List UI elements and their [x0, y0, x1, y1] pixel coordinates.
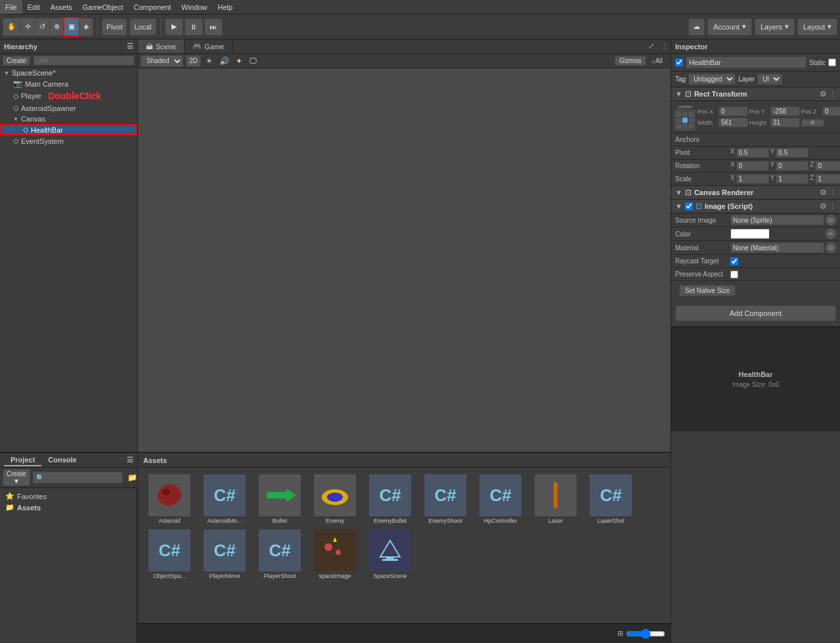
account-btn[interactable]: Account ▾	[707, 18, 752, 35]
shaded-dropdown[interactable]: Shaded	[141, 55, 183, 67]
pivot-selector[interactable]	[675, 110, 695, 130]
object-name-input[interactable]	[686, 56, 807, 68]
tag-dropdown[interactable]: Untagged	[688, 74, 736, 85]
menu-gameobject[interactable]: GameObject	[77, 0, 129, 14]
2d-btn[interactable]: 2D	[186, 55, 201, 67]
favorites-item[interactable]: ⭐ Favorites	[3, 491, 134, 502]
asset-hpcontroller[interactable]: C# HpController	[474, 473, 527, 525]
rect-tool-btn[interactable]: ▣	[64, 18, 79, 35]
asset-objectspa[interactable]: C# ObjectSpa...	[143, 528, 196, 581]
project-search-input[interactable]	[33, 472, 123, 483]
pivot-btn[interactable]: Pivot	[102, 18, 127, 35]
menu-window[interactable]: Window	[176, 0, 212, 14]
asset-laser[interactable]: Laser	[529, 473, 582, 525]
asset-playermove[interactable]: C# PlayerMove	[198, 528, 251, 581]
canvas-more-icon[interactable]: ⋮	[829, 188, 836, 197]
asset-spacescene[interactable]: SpaceScene	[364, 528, 416, 581]
audio-icon[interactable]: 🔊	[217, 56, 231, 66]
pivot-x-input[interactable]	[736, 148, 769, 158]
rect-more-icon[interactable]: ⋮	[829, 90, 836, 99]
width-input[interactable]	[718, 118, 748, 127]
rotate-tool-btn[interactable]: ↺	[35, 18, 50, 35]
raycast-checkbox[interactable]	[730, 257, 738, 265]
add-component-btn[interactable]: Add Component	[675, 305, 836, 321]
image-enabled-checkbox[interactable]	[685, 202, 693, 210]
scene-maximize-icon[interactable]: ⤢	[644, 39, 658, 53]
hierarchy-search-input[interactable]	[33, 55, 135, 66]
scale-z-input[interactable]	[815, 174, 840, 184]
hierarchy-item-player[interactable]: ◇ Player DoubleClick	[0, 89, 137, 102]
project-settings-icon[interactable]: ☰	[127, 456, 133, 464]
local-btn[interactable]: Local	[129, 18, 156, 35]
color-swatch[interactable]	[730, 229, 770, 239]
object-active-checkbox[interactable]	[675, 58, 683, 66]
project-folder-icon[interactable]: 📁	[125, 472, 139, 483]
hierarchy-item-healthbar[interactable]: ◇ HealthBar	[0, 124, 137, 135]
canvas-renderer-section-header[interactable]: ▼ ⊡ Canvas Renderer ⚙ ⋮	[671, 186, 840, 200]
screen-icon[interactable]: 🖵	[247, 56, 259, 66]
asset-spaceimage[interactable]: spaceImage	[309, 528, 361, 581]
pause-btn[interactable]: ⏸	[185, 18, 203, 35]
rot-x-input[interactable]	[736, 161, 769, 171]
asset-lasershot[interactable]: C# LaserShot	[585, 473, 637, 525]
image-gear-icon[interactable]: ⚙	[820, 202, 827, 211]
static-checkbox[interactable]	[828, 58, 836, 66]
hierarchy-item-asteroidspawner[interactable]: ◇ AsteroidSpawner	[0, 102, 137, 114]
layers-btn[interactable]: Layers ▾	[755, 18, 795, 35]
lighting-icon[interactable]: ☀	[204, 56, 215, 66]
image-script-section-header[interactable]: ▼ ⊡ Image (Script) ⚙ ⋮	[671, 200, 840, 213]
scale-y-input[interactable]	[776, 174, 808, 184]
hierarchy-settings-icon[interactable]: ☰	[127, 42, 133, 51]
set-native-size-btn[interactable]: Set Native Size	[679, 285, 736, 296]
transform-tool-btn[interactable]: ◈	[79, 18, 93, 35]
pos-x-input[interactable]	[718, 106, 748, 116]
hierarchy-scene-item[interactable]: ▼ SpaceScene*	[0, 68, 137, 78]
asset-bullet[interactable]: Bullet	[254, 473, 306, 525]
hand-tool-btn[interactable]: ✋	[3, 18, 21, 35]
rect-gear-icon[interactable]: ⚙	[820, 89, 827, 99]
scene-tab-game[interactable]: 🎮 Game	[185, 39, 232, 53]
scene-tab-scene[interactable]: 🏔 Scene	[138, 39, 185, 53]
layer-dropdown[interactable]: UI	[757, 74, 782, 85]
hierarchy-create-btn[interactable]: Create	[3, 56, 30, 66]
preserve-checkbox[interactable]	[730, 271, 738, 278]
asset-enemyshoot[interactable]: C# EnemyShoot	[419, 473, 472, 525]
asset-size-slider[interactable]	[626, 629, 665, 639]
tab-project[interactable]: Project	[4, 455, 41, 466]
menu-component[interactable]: Component	[128, 0, 176, 14]
pos-z-input[interactable]	[822, 106, 840, 116]
image-more-icon[interactable]: ⋮	[829, 202, 836, 211]
scale-tool-btn[interactable]: ⊕	[50, 18, 64, 35]
rot-y-input[interactable]	[776, 161, 808, 171]
hierarchy-item-eventsystem[interactable]: ◇ EventSystem	[0, 135, 137, 146]
asset-playershoot[interactable]: C# PlayerShoot	[254, 528, 306, 581]
rot-z-input[interactable]	[815, 161, 840, 171]
pos-y-input[interactable]	[770, 106, 800, 116]
hierarchy-item-maincamera[interactable]: 📷 Main Camera	[0, 78, 137, 89]
scene-more-icon[interactable]: ⋮	[658, 39, 671, 53]
play-btn[interactable]: ▶	[165, 18, 183, 35]
hierarchy-item-canvas[interactable]: ▼ Canvas	[0, 114, 137, 124]
canvas-gear-icon[interactable]: ⚙	[820, 188, 827, 197]
menu-assets[interactable]: Assets	[45, 0, 77, 14]
assets-item[interactable]: 📁 Assets	[3, 502, 134, 513]
color-pick-btn[interactable]: ✏	[826, 229, 836, 239]
asset-enemybullet[interactable]: C# EnemyBullet	[364, 473, 416, 525]
menu-edit[interactable]: Edit	[22, 0, 45, 14]
step-btn[interactable]: ⏭	[204, 18, 223, 35]
cloud-btn[interactable]: ☁	[688, 18, 705, 35]
project-create-btn[interactable]: Create ▼	[3, 469, 30, 486]
material-pick-btn[interactable]: ◎	[826, 242, 836, 253]
layout-btn[interactable]: Layout ▾	[797, 18, 837, 35]
menu-help[interactable]: Help	[212, 0, 238, 14]
tab-console[interactable]: Console	[41, 455, 83, 466]
gizmos-btn[interactable]: Gizmos	[615, 56, 646, 66]
pivot-y-input[interactable]	[776, 148, 808, 158]
r-btn[interactable]: R	[801, 119, 824, 127]
height-input[interactable]	[770, 118, 800, 127]
asset-enemy[interactable]: Enemy	[309, 473, 361, 525]
move-tool-btn[interactable]: ✛	[21, 18, 35, 35]
material-input[interactable]	[730, 242, 824, 253]
scale-x-input[interactable]	[736, 174, 769, 184]
source-image-pick-btn[interactable]: ◎	[826, 215, 836, 225]
